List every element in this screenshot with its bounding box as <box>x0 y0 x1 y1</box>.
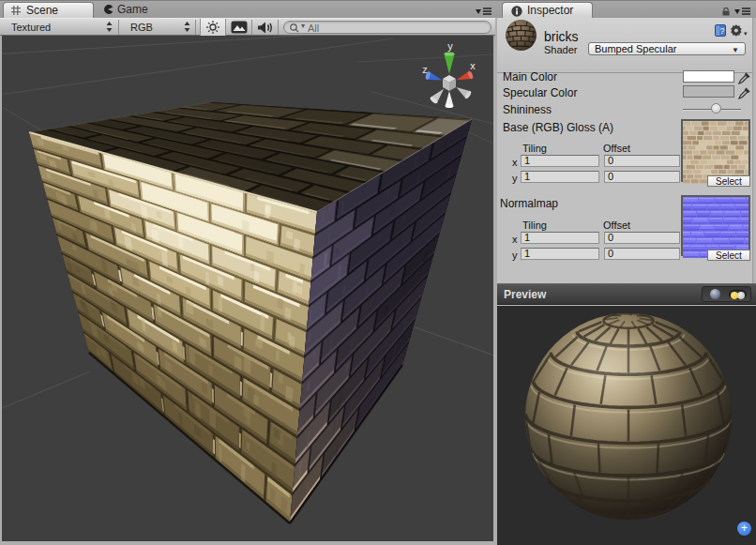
svg-text:x: x <box>470 60 476 71</box>
svg-text:z: z <box>422 64 428 75</box>
svg-text:?: ? <box>719 26 724 36</box>
svg-text:y: y <box>447 40 453 52</box>
